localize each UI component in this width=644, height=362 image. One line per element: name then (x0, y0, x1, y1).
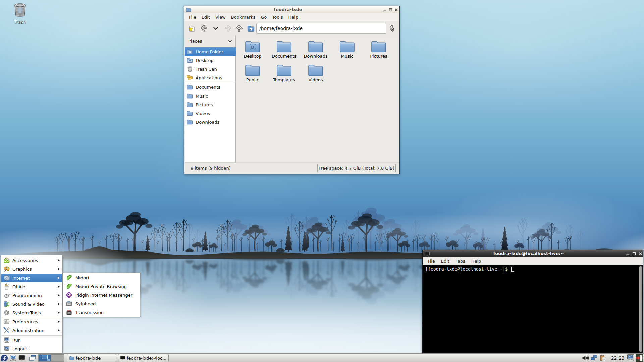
folder-icon (186, 119, 193, 125)
submenu-item-label: Midori (75, 275, 89, 280)
forward-button[interactable] (223, 23, 233, 34)
task-button-terminal[interactable]: feodra-lxde@loc... (118, 354, 169, 362)
menu-item-graphics[interactable]: Graphics (1, 265, 62, 274)
back-button[interactable] (199, 23, 209, 34)
submenu-item-sylpheed[interactable]: Sylpheed (63, 299, 140, 308)
fm-menu-view[interactable]: View (213, 14, 228, 21)
system-tools-icon (3, 309, 10, 316)
sidebar-item-applications[interactable]: Applications (185, 73, 236, 82)
sidebar-item-home-folder[interactable]: Home Folder (185, 47, 236, 56)
new-tab-button[interactable] (187, 23, 197, 34)
terminal-maximize-button[interactable] (632, 252, 636, 256)
internet-icon (3, 275, 10, 281)
up-icon (235, 24, 243, 33)
pager-desktop-2[interactable] (51, 355, 64, 361)
jump-button[interactable] (387, 23, 397, 34)
sidebar-item-label: Music (196, 94, 208, 99)
submenu-item-midori[interactable]: Midori (63, 273, 140, 282)
menu-item-run[interactable]: Run (1, 336, 62, 344)
taskbar-clock[interactable]: 22:23 (611, 355, 625, 361)
submenu-item-transmission[interactable]: Transmission (63, 308, 140, 317)
file-icon-music[interactable]: Music (333, 39, 362, 59)
transmission-icon (66, 309, 72, 316)
terminal-screen[interactable]: [feodra-lxde@localhost-live ~]$ (423, 265, 639, 353)
terminal-close-button[interactable] (638, 252, 643, 256)
sidebar-item-documents[interactable]: Documents (185, 83, 236, 92)
menu-item-programming[interactable]: Programming (1, 291, 62, 300)
menu-item-accessories[interactable]: Accessories (1, 256, 62, 265)
home-button[interactable] (246, 23, 256, 34)
fm-close-button[interactable] (394, 8, 398, 12)
submenu-item-pidgin[interactable]: Pidgin Internet Messenger (63, 291, 140, 299)
menu-item-internet[interactable]: Internet (1, 274, 62, 282)
path-input[interactable]: /home/feodra-lxde (256, 23, 386, 34)
folder-large-icon (371, 39, 387, 53)
fm-menu-file[interactable]: File (186, 14, 199, 21)
submenu-item-midori-private[interactable]: Midori Private Browsing (63, 282, 140, 291)
menu-item-office[interactable]: Office (1, 282, 62, 291)
iconify-all-button[interactable] (28, 354, 37, 362)
fm-menu-edit[interactable]: Edit (199, 14, 213, 21)
sidebar-item-trash-can[interactable]: Trash Can (185, 65, 236, 73)
submenu-arrow-icon (58, 277, 60, 279)
pager-desktop-1[interactable] (39, 355, 51, 361)
administration-icon (3, 327, 10, 334)
menu-item-logout[interactable]: Logout (1, 344, 62, 353)
history-dropdown-button[interactable] (211, 23, 221, 34)
fm-icon-view[interactable]: D Desktop Documents Downloads Music Pict… (236, 36, 399, 162)
menu-item-sound-video[interactable]: Sound & Video (1, 300, 62, 308)
sidebar-item-videos[interactable]: Videos (185, 109, 236, 118)
file-label: Templates (270, 77, 299, 82)
file-icon-templates[interactable]: Templates (270, 63, 299, 82)
menu-item-system-tools[interactable]: System Tools (1, 308, 62, 317)
display-tray-icon[interactable] (626, 354, 635, 362)
terminal-menu-help[interactable]: Help (468, 258, 484, 265)
midori-icon (66, 274, 72, 281)
file-icon-public[interactable]: Public (238, 63, 267, 82)
desktop-settings-button[interactable] (9, 354, 17, 362)
fm-minimize-button[interactable] (383, 8, 387, 12)
fm-menu-help[interactable]: Help (286, 14, 301, 21)
menu-item-preferences[interactable]: Preferences (1, 317, 62, 326)
logout-tray-icon[interactable] (635, 354, 644, 362)
fm-titlebar[interactable]: feodra-lxde (184, 6, 399, 13)
fm-toolbar: /home/feodra-lxde (184, 21, 399, 36)
file-icon-videos[interactable]: Videos (301, 63, 330, 82)
computer-icon (9, 354, 17, 362)
taskbar-left-section: feodra-lxde feodra-lxde@loc... (0, 354, 64, 362)
network-tray-icon[interactable] (590, 354, 598, 362)
sidebar-item-desktop[interactable]: Desktop (185, 56, 236, 65)
fm-menu-tools[interactable]: Tools (269, 14, 285, 21)
terminal-titlebar[interactable]: feodra-lxde@localhost-live:~ (423, 250, 643, 257)
file-icon-pictures[interactable]: Pictures (364, 39, 393, 59)
terminal-menu-edit[interactable]: Edit (438, 258, 452, 265)
menu-item-administration[interactable]: Administration (1, 326, 62, 335)
home-folder-icon (186, 48, 193, 55)
submenu-arrow-icon (58, 311, 60, 314)
up-button[interactable] (234, 23, 244, 34)
fm-maximize-button[interactable] (388, 8, 393, 12)
terminal-minimize-button[interactable] (626, 252, 630, 256)
menu-item-label: Office (12, 284, 25, 289)
clipboard-tray-icon[interactable] (598, 354, 607, 362)
file-icon-downloads[interactable]: Downloads (301, 39, 330, 59)
menu-button[interactable] (0, 354, 9, 362)
file-icon-documents[interactable]: Documents (270, 39, 299, 59)
sidebar-item-downloads[interactable]: Downloads (185, 118, 236, 126)
volume-tray-icon[interactable] (581, 354, 590, 362)
workspace-pager[interactable] (38, 354, 64, 362)
side-pane-mode-selector[interactable]: Places (185, 36, 235, 47)
display-off-button[interactable] (17, 354, 26, 362)
file-icon-desktop[interactable]: D Desktop (238, 39, 267, 59)
sidebar-item-music[interactable]: Music (185, 92, 236, 100)
terminal-scrollbar-thumb[interactable] (639, 266, 642, 352)
terminal-menu-file[interactable]: File (425, 258, 438, 265)
task-button-file-manager[interactable]: feodra-lxde (67, 354, 116, 362)
sidebar-item-pictures[interactable]: Pictures (185, 100, 236, 109)
fm-menu-go[interactable]: Go (258, 14, 269, 21)
fm-content-area: Places Home Folder Desktop Trash Can App… (185, 36, 399, 162)
terminal-menu-tabs[interactable]: Tabs (452, 258, 468, 265)
terminal-scrollbar[interactable] (639, 265, 643, 353)
fm-menu-bookmarks[interactable]: Bookmarks (228, 14, 258, 21)
desktop-icon-trash[interactable]: Trash (7, 2, 33, 24)
